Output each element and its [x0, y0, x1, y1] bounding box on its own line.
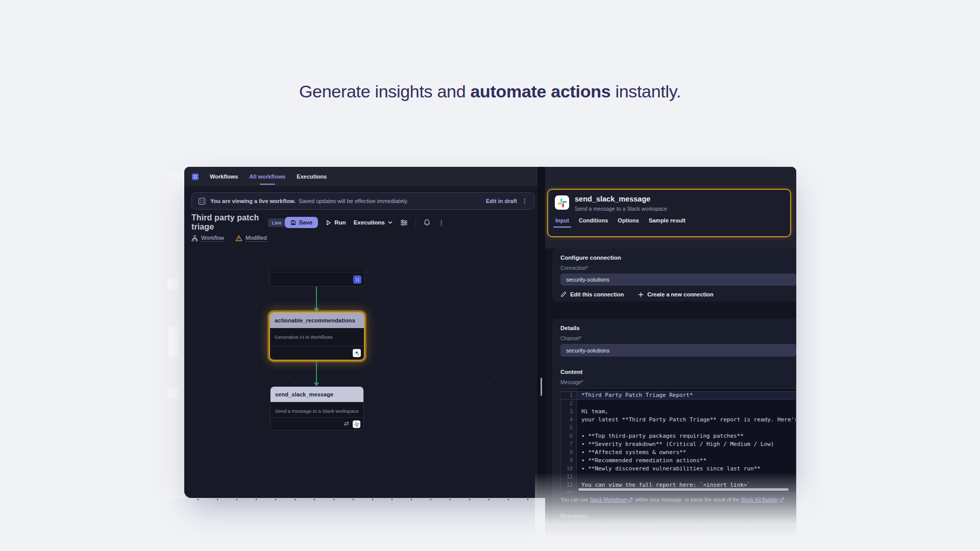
footer-text: within your message, or paste the result… — [634, 497, 741, 503]
run-button[interactable]: Run — [326, 219, 346, 226]
configure-connection-section: Configure connection Connection* securit… — [552, 248, 796, 302]
save-button[interactable]: Save — [285, 217, 318, 228]
code-line: 6• **Top third-party packages requiring … — [561, 432, 796, 440]
sparkle-ai-icon — [353, 349, 361, 357]
code-lines: 1*Third Party Patch Triage Report*23Hi t… — [561, 389, 796, 493]
headline: Generate insights and automate actions i… — [0, 82, 980, 102]
swap-arrows-icon: ⇄ — [344, 420, 349, 427]
code-line: 8• **Affected systems & owners** — [561, 448, 796, 457]
node-description: Generative AI in Workflows — [270, 328, 364, 340]
notifications-bell-icon[interactable] — [424, 219, 430, 226]
options-heading: Options — [560, 539, 796, 545]
slack-markdown-link[interactable]: Slack Markdown — [590, 497, 627, 503]
ghost-icon — [167, 278, 179, 289]
modified-indicator[interactable]: Modified — [235, 235, 267, 242]
node-header: send_slack_message — [271, 387, 363, 402]
panel-splitter — [537, 167, 545, 498]
node-name: send_slack_message — [275, 391, 333, 397]
edit-connection-button[interactable]: Edit this connection — [560, 291, 624, 297]
action-config-panel: send_slack_message Send a message to a S… — [545, 167, 796, 535]
connection-label: Connection* — [560, 265, 796, 271]
tab-conditions[interactable]: Conditions — [579, 217, 608, 227]
code-line: 4your latest **Third Party Patch Triage*… — [561, 416, 796, 424]
executions-label: Executions — [354, 219, 385, 226]
ghost-icon — [168, 327, 179, 357]
modified-label: Modified — [246, 235, 267, 242]
play-icon — [326, 220, 331, 226]
canvas-node-send-slack-message[interactable]: send_slack_message Send a message to a S… — [270, 386, 364, 431]
block-kit-builder-link[interactable]: Block Kit Builder — [741, 497, 778, 503]
tab-input[interactable]: Input — [555, 217, 569, 227]
editor-footer-note: You can use Slack Markdown within your m… — [560, 497, 796, 503]
slack-logo-icon — [353, 420, 360, 428]
reactions-heading: Reactions — [560, 513, 796, 519]
headline-emphasis: automate actions — [470, 82, 610, 101]
workflow-branch-icon — [191, 235, 198, 242]
channel-field[interactable]: security-solutions — [560, 344, 796, 357]
app-window: Workflows All workflows Executions You a… — [184, 167, 796, 498]
tab-options[interactable]: Options — [618, 217, 639, 227]
app-logo-icon[interactable] — [192, 173, 199, 180]
node-description: Send a message to a Slack workspace — [271, 402, 363, 414]
banner-text: You are viewing a live workflow.Saved up… — [210, 198, 408, 204]
headline-prefix: Generate insights and — [299, 82, 471, 101]
grid-dots-icon — [198, 197, 206, 205]
edit-connection-label: Edit this connection — [570, 291, 624, 297]
workflow-title: Third party patch triage — [191, 213, 263, 232]
workflow-meta-row: Workflow Modified — [191, 235, 530, 242]
filter-sliders-icon[interactable] — [400, 219, 408, 226]
save-icon — [290, 220, 296, 226]
nav-item-all-workflows[interactable]: All workflows — [249, 173, 285, 180]
canvas-node-partial[interactable] — [269, 269, 365, 287]
connector-arrow-icon — [314, 308, 319, 312]
workflow-toolbar: Third party patch triage Live Save Run — [191, 216, 530, 229]
create-connection-button[interactable]: Create a new connection — [638, 291, 714, 297]
nav-item-executions[interactable]: Executions — [297, 173, 327, 180]
create-connection-label: Create a new connection — [647, 291, 714, 297]
code-line: 11 — [561, 473, 796, 481]
live-badge: Live — [268, 218, 285, 227]
code-line: 9• **Recommended remediation actions** — [561, 457, 796, 465]
workflow-canvas[interactable]: actionable_recommendations Generative AI… — [184, 269, 537, 517]
live-workflow-banner: You are viewing a live workflow.Saved up… — [191, 192, 534, 210]
connector-arrow-icon — [314, 383, 319, 386]
banner-kebab-menu-icon[interactable]: ⋮ — [522, 198, 528, 204]
run-label: Run — [334, 219, 346, 226]
message-label: Message* — [560, 380, 796, 385]
plus-icon — [638, 292, 644, 297]
save-label: Save — [299, 219, 312, 226]
page: Generate insights and automate actions i… — [0, 0, 980, 551]
canvas-node-actionable-recommendations[interactable]: actionable_recommendations Generative AI… — [269, 312, 365, 361]
workflow-link-label: Workflow — [201, 235, 224, 242]
node-header: actionable_recommendations — [270, 313, 364, 328]
code-line: 5 — [561, 424, 796, 432]
footer-text: You can use — [560, 497, 590, 503]
workflow-link[interactable]: Workflow — [191, 235, 224, 242]
content-heading: Content — [560, 369, 796, 375]
banner-text-bold: You are viewing a live workflow. — [210, 198, 296, 204]
message-code-editor[interactable]: 1*Third Party Patch Triage Report*23Hi t… — [560, 388, 796, 493]
executions-dropdown[interactable]: Executions — [354, 219, 393, 226]
code-line: 2 — [561, 399, 796, 408]
pencil-icon — [560, 291, 567, 297]
configure-connection-heading: Configure connection — [560, 255, 796, 261]
banner-text-normal: Saved updates will be effective immediat… — [299, 198, 408, 204]
nav-item-workflows[interactable]: Workflows — [210, 173, 238, 180]
code-line: 7• **Severity breakdown** (Critical / Hi… — [561, 440, 796, 448]
edit-in-draft-button[interactable]: Edit in draft — [486, 198, 517, 204]
reactions-checkbox — [560, 523, 567, 530]
splitter-handle[interactable] — [541, 378, 542, 396]
connection-field[interactable]: security-solutions — [560, 273, 796, 286]
workflow-grid-icon — [353, 276, 361, 284]
toolbar-divider — [415, 218, 416, 227]
code-line: 3Hi team, — [561, 408, 796, 416]
warning-triangle-icon — [235, 235, 242, 241]
headline-suffix: instantly. — [610, 82, 681, 101]
toolbar-kebab-menu-icon[interactable]: ⋮ — [438, 219, 445, 226]
channel-label: Channel* — [560, 336, 796, 341]
tab-sample-result[interactable]: Sample result — [649, 217, 685, 227]
external-link-icon — [628, 497, 633, 502]
editor-horizontal-scrollbar[interactable] — [578, 488, 789, 491]
faded-sections: Reactions Options — [560, 513, 796, 545]
details-heading: Details — [560, 325, 796, 331]
